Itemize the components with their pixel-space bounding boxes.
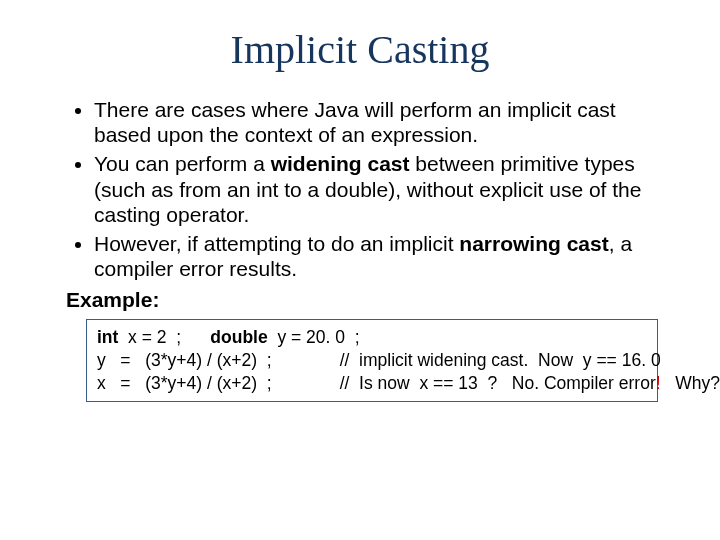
- code-text: x = (3*y+4) / (x+2) ; // Is now x == 13 …: [97, 373, 656, 393]
- code-line: x = (3*y+4) / (x+2) ; // Is now x == 13 …: [97, 372, 647, 395]
- bullet-item: You can perform a widening cast between …: [94, 151, 666, 227]
- code-text: y = 20. 0 ;: [268, 327, 360, 347]
- code-line: int x = 2 ; double y = 20. 0 ;: [97, 326, 647, 349]
- code-keyword: int: [97, 327, 118, 347]
- slide-content: There are cases where Java will perform …: [0, 97, 720, 402]
- slide: Implicit Casting There are cases where J…: [0, 26, 720, 540]
- code-keyword: double: [210, 327, 267, 347]
- example-label: Example:: [66, 287, 666, 312]
- code-text: x = 2 ;: [118, 327, 210, 347]
- bullet-bold: widening cast: [271, 152, 410, 175]
- bullet-item: There are cases where Java will perform …: [94, 97, 666, 147]
- code-example-box: int x = 2 ; double y = 20. 0 ; y = (3*y+…: [86, 319, 658, 402]
- bullet-item: However, if attempting to do an implicit…: [94, 231, 666, 281]
- slide-title: Implicit Casting: [0, 26, 720, 73]
- code-text: Why?: [661, 373, 720, 393]
- bullet-text: You can perform a: [94, 152, 271, 175]
- code-line: y = (3*y+4) / (x+2) ; // implicit wideni…: [97, 349, 647, 372]
- bullet-text: However, if attempting to do an implicit: [94, 232, 459, 255]
- bullet-bold: narrowing cast: [459, 232, 608, 255]
- bullet-list: There are cases where Java will perform …: [70, 97, 666, 281]
